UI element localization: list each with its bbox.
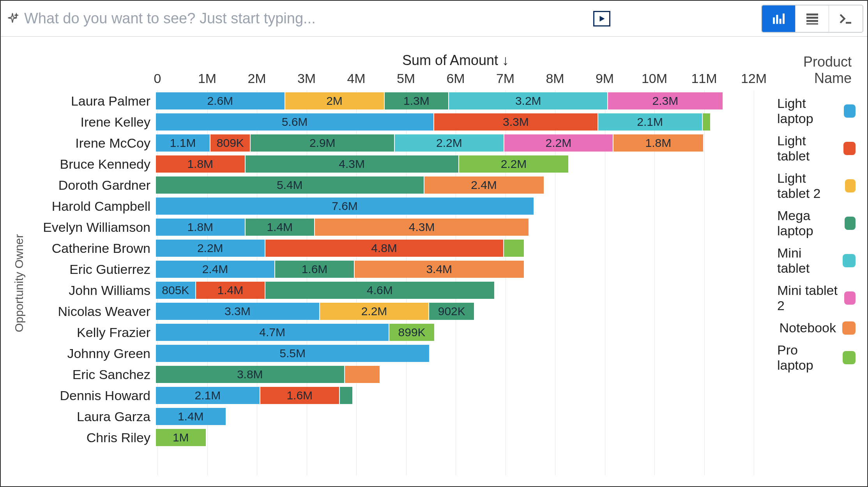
bar-segment[interactable]: 1.4M [196,282,266,299]
bar[interactable]: 2.2M4.8M [156,239,754,258]
chart-row: Harold Campbell7.6M [33,196,754,217]
x-tick: 12M [741,71,767,86]
row-label: Catherine Brown [33,241,156,256]
bar-segment[interactable]: 2M [285,92,385,109]
bar-segment[interactable]: 2.3M [608,92,722,109]
chart-row: Doroth Gardner5.4M2.4M [33,175,754,196]
bar-segment[interactable]: 809K [210,134,251,152]
bar-segment[interactable]: 3.3M [156,303,320,320]
legend-item[interactable]: Mini tablet 2 [777,283,856,313]
bar[interactable]: 805K1.4M4.6M [156,281,754,300]
bar[interactable]: 7.6M [156,197,754,215]
run-button[interactable] [593,11,610,26]
bar-segment[interactable]: 4.3M [246,155,459,173]
svg-rect-2 [776,15,778,24]
bar-segment[interactable]: 899K [389,324,434,341]
bar[interactable]: 1.1M809K2.9M2.2M2.2M1.8M [156,134,754,152]
bar-segment[interactable]: 1.4M [156,408,226,425]
bar-segment[interactable]: 7.6M [156,198,534,215]
bar[interactable]: 1.8M1.4M4.3M [156,218,754,236]
bar-segment[interactable]: 1.3M [385,92,449,109]
bar-segment[interactable] [340,387,352,404]
legend-swatch [843,254,856,267]
view-console-button[interactable] [829,5,863,32]
bar[interactable]: 1.8M4.3M2.2M [156,155,754,173]
bar-segment[interactable]: 1.8M [613,134,703,152]
bar-segment[interactable]: 2.2M [156,240,265,257]
bar-segment[interactable]: 1.8M [156,219,246,236]
bar-segment[interactable]: 2.2M [459,155,569,173]
bar-segment[interactable]: 3.2M [449,92,608,109]
svg-rect-7 [806,20,818,22]
bar-segment[interactable]: 805K [156,282,196,299]
bar-segment[interactable]: 3.4M [355,261,524,278]
bar-segment[interactable]: 1.1M [156,134,210,152]
row-label: Laura Garza [33,409,156,424]
row-label: Harold Campbell [33,199,156,214]
row-label: John Williams [33,283,156,298]
bar-segment[interactable]: 2.2M [395,134,504,152]
bar-segment[interactable]: 2.9M [251,134,395,152]
bar-segment[interactable]: 5.5M [156,345,429,362]
bar-segment[interactable]: 4.6M [265,282,494,299]
chart-row: Eric Sanchez3.8M [33,364,754,385]
chart-row: John Williams805K1.4M4.6M [33,280,754,301]
bar[interactable]: 5.4M2.4M [156,176,754,194]
bar-segment[interactable]: 2.4M [424,176,544,194]
bar-segment[interactable]: 2.2M [504,134,614,152]
view-chart-button[interactable] [762,5,796,32]
bar[interactable]: 5.5M [156,344,754,363]
legend-label: Mega laptop [777,208,838,238]
bar[interactable]: 2.1M1.6M [156,386,754,405]
bar-segment[interactable]: 5.4M [156,176,424,194]
legend-item[interactable]: Mega laptop [777,208,856,238]
x-tick: 1M [198,71,216,86]
bar-segment[interactable]: 2.1M [156,387,260,404]
legend-label: Pro laptop [777,342,836,373]
bar-segment[interactable]: 2.1M [598,113,703,131]
bar[interactable]: 2.4M1.6M3.4M [156,260,754,279]
bar-segment[interactable]: 1.8M [156,155,246,173]
bar-segment[interactable]: 5.6M [156,113,434,131]
bar-segment[interactable]: 3.8M [156,366,345,383]
bar[interactable]: 3.3M2.2M902K [156,302,754,321]
bar[interactable]: 1.4M [156,407,754,426]
svg-rect-3 [779,19,781,24]
bar[interactable]: 5.6M3.3M2.1M [156,113,754,131]
bar-segment[interactable]: 902K [429,303,474,320]
row-label: Nicolas Weaver [33,304,156,319]
legend-item[interactable]: Light tablet [777,133,856,164]
bar-segment[interactable]: 1.6M [275,261,355,278]
bar-segment[interactable]: 4.7M [156,324,389,341]
bar-segment[interactable]: 2.4M [156,261,275,278]
search-input[interactable] [24,7,589,30]
bar[interactable]: 1M [156,428,754,447]
bar-segment[interactable] [703,113,710,131]
svg-rect-5 [806,13,818,15]
bar-segment[interactable]: 4.8M [265,240,504,257]
bar-segment[interactable] [504,240,524,257]
legend-item[interactable]: Pro laptop [777,342,856,373]
legend: Product Name Light laptopLight tabletLig… [754,52,856,475]
x-tick: 3M [297,71,316,86]
legend-item[interactable]: Mini tablet [777,245,856,276]
bar-segment[interactable]: 4.3M [315,219,529,236]
bar-segment[interactable]: 3.3M [434,113,598,131]
view-table-button[interactable] [796,5,829,32]
bar-segment[interactable]: 2.2M [320,303,430,320]
bar-segment[interactable]: 1.6M [260,387,340,404]
row-label: Chris Riley [33,430,156,445]
x-tick: 2M [247,71,266,86]
legend-item[interactable]: Light tablet 2 [777,171,856,201]
bar[interactable]: 3.8M [156,365,754,384]
bar-segment[interactable]: 1M [156,429,206,446]
bar-segment[interactable] [345,366,380,383]
bar-segment[interactable]: 1.4M [246,219,315,236]
bar[interactable]: 2.6M2M1.3M3.2M2.3M [156,92,754,110]
legend-item[interactable]: Light laptop [777,96,856,126]
chart-column: Sum of Amount ↓ 01M2M3M4M5M6M7M8M9M10M11… [33,52,754,475]
bar-segment[interactable]: 2.6M [156,92,285,109]
bar[interactable]: 4.7M899K [156,323,754,342]
chart-row: Dennis Howard2.1M1.6M [33,385,754,406]
legend-item[interactable]: Notebook [777,320,856,335]
